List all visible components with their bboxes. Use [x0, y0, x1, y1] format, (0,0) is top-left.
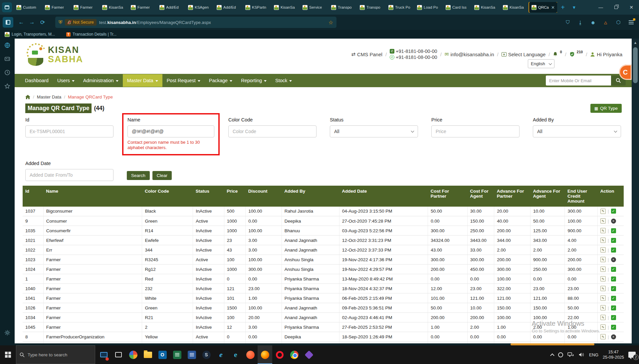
- history-clock-icon[interactable]: [4, 69, 11, 76]
- clear-button[interactable]: Clear: [152, 171, 172, 180]
- browser-tab[interactable]: Farmer: [128, 2, 156, 13]
- firefox-view-icon[interactable]: [2, 2, 12, 12]
- restore-button[interactable]: [608, 0, 624, 15]
- breadcrumb-item[interactable]: Master Data: [37, 94, 62, 99]
- activate-icon[interactable]: ✓: [611, 286, 616, 291]
- deactivate-icon[interactable]: ×: [611, 334, 616, 339]
- edit-icon[interactable]: ✎: [600, 324, 606, 330]
- forward-icon[interactable]: →: [27, 19, 37, 26]
- browser-tab[interactable]: KisanSa: [472, 2, 500, 13]
- not-secure-chip[interactable]: Not Secure: [65, 19, 97, 26]
- chrome-icon[interactable]: [287, 345, 302, 364]
- color-code-input[interactable]: Color Code: [228, 125, 317, 137]
- sidebar-toggle-icon[interactable]: [3, 17, 13, 28]
- visual-studio-icon[interactable]: [302, 345, 316, 364]
- url-bar[interactable]: ⛨ Not Secure test.kisansabha.in/Employee…: [55, 17, 336, 28]
- chat-widget-button[interactable]: C: [619, 65, 632, 80]
- deactivate-icon[interactable]: ×: [611, 219, 616, 224]
- activate-icon[interactable]: ✓: [611, 267, 616, 272]
- meet-now-icon[interactable]: [558, 352, 563, 357]
- bookmarks-star-icon[interactable]: [4, 83, 11, 90]
- browser-tab[interactable]: Transpo: [329, 2, 357, 13]
- opera-icon[interactable]: [272, 345, 287, 364]
- user-greeting[interactable]: Hi Priyanka: [590, 52, 622, 57]
- browser-tab[interactable]: Card Iss: [443, 2, 471, 13]
- activate-icon[interactable]: ✓: [611, 248, 616, 253]
- browser-tab[interactable]: Transpo: [357, 2, 385, 13]
- breadcrumb-item[interactable]: Manage QRCard Type: [68, 94, 113, 99]
- edit-icon[interactable]: ✎: [600, 286, 606, 291]
- new-tab-button[interactable]: +: [557, 4, 568, 11]
- edit-icon[interactable]: ✎: [600, 315, 606, 320]
- edit-icon[interactable]: ✎: [600, 247, 606, 253]
- photos-app-icon[interactable]: [126, 345, 140, 364]
- id-input[interactable]: Ex-TSMPL00001: [25, 125, 113, 137]
- contact-card-icon[interactable]: [4, 56, 11, 62]
- tab-close-icon[interactable]: ✕: [551, 5, 555, 10]
- screen-capture-app-icon[interactable]: [97, 345, 111, 364]
- browser-tab[interactable]: Load Po: [415, 2, 443, 13]
- edit-icon[interactable]: ✎: [600, 305, 606, 310]
- nav-item-post-request[interactable]: Post Request: [162, 74, 205, 87]
- browser-tab[interactable]: Custom: [14, 2, 42, 13]
- extensions-puzzle-icon[interactable]: ⬡: [613, 17, 624, 28]
- volume-icon[interactable]: [578, 352, 585, 357]
- minimize-button[interactable]: —: [593, 0, 608, 15]
- menu-hamburger-icon[interactable]: [626, 17, 636, 28]
- activate-icon[interactable]: ✓: [611, 305, 616, 310]
- task-view-icon[interactable]: [111, 345, 126, 364]
- price-input[interactable]: Price: [431, 125, 520, 137]
- nav-item-users[interactable]: Users: [53, 74, 79, 87]
- bookmark-star-icon[interactable]: ☆: [328, 19, 333, 26]
- home-icon[interactable]: [25, 95, 30, 99]
- nav-item-stock[interactable]: Stock: [271, 74, 296, 87]
- browser-tab[interactable]: KisanSa: [501, 2, 529, 13]
- network-icon[interactable]: [567, 352, 574, 357]
- activate-icon[interactable]: ✓: [611, 209, 616, 214]
- browser-tab[interactable]: KSPartn: [243, 2, 271, 13]
- close-window-button[interactable]: ✕: [624, 0, 639, 15]
- activate-icon[interactable]: ✓: [611, 325, 616, 330]
- browser-tab[interactable]: KisanSa: [100, 2, 128, 13]
- taskbar-search[interactable]: Type here to search: [16, 345, 95, 364]
- vertical-scrollbar[interactable]: ▲: [632, 39, 639, 343]
- bookmark-item[interactable]: Login, Transporters, M...: [5, 32, 55, 37]
- edit-icon[interactable]: ✎: [600, 218, 606, 224]
- deactivate-icon[interactable]: ×: [611, 257, 616, 262]
- reload-icon[interactable]: ⟳: [37, 19, 48, 26]
- green-notes-app-icon[interactable]: [170, 345, 184, 364]
- shield-permissions-icon[interactable]: ⛨: [59, 19, 62, 25]
- language-indicator[interactable]: ENG: [589, 352, 598, 357]
- badge-count[interactable]: 210: [569, 52, 583, 57]
- email-link[interactable]: ✉info@kisansabha.in: [445, 51, 494, 57]
- nav-item-reporting[interactable]: Reporting: [237, 74, 271, 87]
- edit-icon[interactable]: ✎: [600, 267, 606, 272]
- firefox-icon[interactable]: [258, 345, 272, 364]
- browser-tab[interactable]: Add/Ed: [157, 2, 185, 13]
- clock[interactable]: 15:47 25-09-2025: [603, 349, 624, 360]
- edit-icon[interactable]: ✎: [600, 209, 606, 214]
- language-dropdown[interactable]: English: [528, 59, 554, 68]
- back-icon[interactable]: ←: [16, 19, 27, 26]
- nav-item-administration[interactable]: Administration: [79, 74, 123, 87]
- edit-icon[interactable]: ✎: [600, 295, 606, 301]
- whatsapp-number[interactable]: ✆+91-8181-08-00-00: [390, 55, 437, 60]
- browser-tab[interactable]: Service: [300, 2, 328, 13]
- browser-tab[interactable]: Farmer: [71, 2, 99, 13]
- browser-tab[interactable]: QRCa✕: [529, 2, 557, 13]
- mobile-email-search-input[interactable]: [546, 76, 611, 86]
- added-by-select[interactable]: All: [533, 125, 621, 137]
- notification-center-icon[interactable]: 2: [628, 352, 636, 358]
- activate-icon[interactable]: ✓: [611, 228, 616, 233]
- file-explorer-icon[interactable]: [140, 345, 155, 364]
- kisan-sabha-logo[interactable]: KISAN SABHA: [26, 43, 83, 67]
- scrollbar-thumb[interactable]: [633, 47, 638, 83]
- search-button[interactable]: Search: [127, 171, 150, 180]
- qr-type-button[interactable]: ▦ QR Type: [590, 104, 622, 113]
- added-date-input[interactable]: Added Date From/To: [25, 169, 113, 181]
- nav-item-master-data[interactable]: Master Data: [123, 74, 162, 87]
- browser-tab[interactable]: KSAgen: [186, 2, 214, 13]
- extension-flame-icon[interactable]: 🜂: [600, 17, 611, 28]
- downloads-icon[interactable]: ⭳: [575, 17, 586, 28]
- browser-tab[interactable]: Farmer: [43, 2, 71, 13]
